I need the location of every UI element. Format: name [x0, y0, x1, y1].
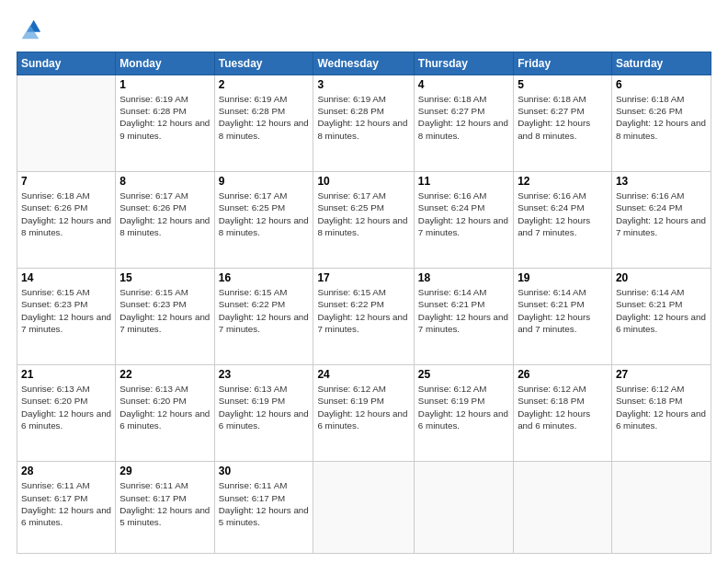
calendar-week-row: 14 Sunrise: 6:15 AM Sunset: 6:23 PM Dayl… — [17, 269, 711, 365]
day-info: Sunrise: 6:17 AM Sunset: 6:25 PM Dayligh… — [317, 190, 409, 238]
calendar-day-cell: 6 Sunrise: 6:18 AM Sunset: 6:26 PM Dayli… — [611, 75, 711, 172]
calendar-day-cell — [414, 462, 513, 554]
day-info: Sunrise: 6:18 AM Sunset: 6:27 PM Dayligh… — [518, 93, 608, 142]
day-number: 18 — [418, 271, 509, 284]
day-number: 8 — [119, 175, 210, 188]
day-info: Sunrise: 6:16 AM Sunset: 6:24 PM Dayligh… — [616, 190, 707, 238]
day-info: Sunrise: 6:11 AM Sunset: 6:17 PM Dayligh… — [21, 479, 111, 528]
calendar-day-cell: 16 Sunrise: 6:15 AM Sunset: 6:22 PM Dayl… — [214, 269, 313, 365]
calendar-day-header: Wednesday — [313, 52, 414, 75]
day-number: 5 — [518, 78, 608, 91]
day-info: Sunrise: 6:19 AM Sunset: 6:28 PM Dayligh… — [119, 93, 210, 142]
calendar-week-row: 7 Sunrise: 6:18 AM Sunset: 6:26 PM Dayli… — [17, 172, 711, 269]
day-number: 7 — [21, 175, 111, 188]
day-number: 6 — [616, 78, 707, 91]
calendar-day-cell: 15 Sunrise: 6:15 AM Sunset: 6:23 PM Dayl… — [116, 269, 214, 365]
calendar-day-cell: 14 Sunrise: 6:15 AM Sunset: 6:23 PM Dayl… — [17, 269, 116, 365]
calendar-day-cell: 13 Sunrise: 6:16 AM Sunset: 6:24 PM Dayl… — [611, 172, 711, 269]
calendar-day-cell: 18 Sunrise: 6:14 AM Sunset: 6:21 PM Dayl… — [414, 269, 513, 365]
day-info: Sunrise: 6:17 AM Sunset: 6:26 PM Dayligh… — [119, 190, 210, 238]
day-number: 4 — [418, 78, 509, 91]
calendar-day-cell: 25 Sunrise: 6:12 AM Sunset: 6:19 PM Dayl… — [414, 365, 513, 462]
day-number: 15 — [119, 271, 210, 284]
day-info: Sunrise: 6:19 AM Sunset: 6:28 PM Dayligh… — [317, 93, 409, 142]
day-number: 11 — [418, 175, 509, 188]
calendar-day-cell: 17 Sunrise: 6:15 AM Sunset: 6:22 PM Dayl… — [313, 269, 414, 365]
calendar-week-row: 21 Sunrise: 6:13 AM Sunset: 6:20 PM Dayl… — [17, 365, 711, 462]
logo-icon — [17, 17, 42, 42]
calendar-day-cell: 26 Sunrise: 6:12 AM Sunset: 6:18 PM Dayl… — [514, 365, 612, 462]
day-info: Sunrise: 6:12 AM Sunset: 6:19 PM Dayligh… — [317, 383, 409, 431]
day-number: 24 — [317, 368, 409, 381]
day-info: Sunrise: 6:17 AM Sunset: 6:25 PM Dayligh… — [219, 190, 310, 238]
calendar-day-header: Tuesday — [214, 52, 313, 75]
header — [17, 17, 711, 42]
calendar-day-cell: 27 Sunrise: 6:12 AM Sunset: 6:18 PM Dayl… — [611, 365, 711, 462]
calendar-day-header: Sunday — [17, 52, 116, 75]
day-info: Sunrise: 6:12 AM Sunset: 6:18 PM Dayligh… — [518, 383, 608, 431]
day-info: Sunrise: 6:18 AM Sunset: 6:27 PM Dayligh… — [418, 93, 509, 142]
page: SundayMondayTuesdayWednesdayThursdayFrid… — [0, 0, 728, 563]
calendar-day-cell: 12 Sunrise: 6:16 AM Sunset: 6:24 PM Dayl… — [514, 172, 612, 269]
day-number: 10 — [317, 175, 409, 188]
day-info: Sunrise: 6:18 AM Sunset: 6:26 PM Dayligh… — [21, 190, 111, 238]
day-info: Sunrise: 6:16 AM Sunset: 6:24 PM Dayligh… — [418, 190, 509, 238]
calendar-week-row: 1 Sunrise: 6:19 AM Sunset: 6:28 PM Dayli… — [17, 75, 711, 172]
calendar-day-cell: 30 Sunrise: 6:11 AM Sunset: 6:17 PM Dayl… — [214, 462, 313, 554]
calendar-day-cell: 23 Sunrise: 6:13 AM Sunset: 6:19 PM Dayl… — [214, 365, 313, 462]
day-number: 12 — [518, 175, 608, 188]
calendar-day-cell: 11 Sunrise: 6:16 AM Sunset: 6:24 PM Dayl… — [414, 172, 513, 269]
day-number: 27 — [616, 368, 707, 381]
calendar-header-row: SundayMondayTuesdayWednesdayThursdayFrid… — [17, 52, 711, 75]
calendar-day-cell: 10 Sunrise: 6:17 AM Sunset: 6:25 PM Dayl… — [313, 172, 414, 269]
calendar-day-header: Saturday — [611, 52, 711, 75]
day-number: 17 — [317, 271, 409, 284]
day-info: Sunrise: 6:13 AM Sunset: 6:19 PM Dayligh… — [219, 383, 310, 431]
day-number: 19 — [518, 271, 608, 284]
calendar-day-cell: 22 Sunrise: 6:13 AM Sunset: 6:20 PM Dayl… — [116, 365, 214, 462]
day-info: Sunrise: 6:12 AM Sunset: 6:18 PM Dayligh… — [616, 383, 707, 431]
day-number: 23 — [219, 368, 310, 381]
calendar-table: SundayMondayTuesdayWednesdayThursdayFrid… — [17, 52, 711, 554]
day-number: 25 — [418, 368, 509, 381]
day-number: 1 — [119, 78, 210, 91]
calendar-day-cell: 28 Sunrise: 6:11 AM Sunset: 6:17 PM Dayl… — [17, 462, 116, 554]
calendar-day-cell: 29 Sunrise: 6:11 AM Sunset: 6:17 PM Dayl… — [116, 462, 214, 554]
calendar-day-cell: 8 Sunrise: 6:17 AM Sunset: 6:26 PM Dayli… — [116, 172, 214, 269]
calendar-day-cell: 19 Sunrise: 6:14 AM Sunset: 6:21 PM Dayl… — [514, 269, 612, 365]
calendar-day-cell: 4 Sunrise: 6:18 AM Sunset: 6:27 PM Dayli… — [414, 75, 513, 172]
day-info: Sunrise: 6:16 AM Sunset: 6:24 PM Dayligh… — [518, 190, 608, 238]
calendar-day-header: Monday — [116, 52, 214, 75]
calendar-day-cell — [611, 462, 711, 554]
day-number: 22 — [119, 368, 210, 381]
day-info: Sunrise: 6:11 AM Sunset: 6:17 PM Dayligh… — [119, 479, 210, 528]
day-number: 16 — [219, 271, 310, 284]
calendar-day-header: Friday — [514, 52, 612, 75]
day-info: Sunrise: 6:18 AM Sunset: 6:26 PM Dayligh… — [616, 93, 707, 142]
calendar-day-cell: 20 Sunrise: 6:14 AM Sunset: 6:21 PM Dayl… — [611, 269, 711, 365]
calendar-day-cell: 21 Sunrise: 6:13 AM Sunset: 6:20 PM Dayl… — [17, 365, 116, 462]
calendar-day-cell: 3 Sunrise: 6:19 AM Sunset: 6:28 PM Dayli… — [313, 75, 414, 172]
calendar-day-cell: 24 Sunrise: 6:12 AM Sunset: 6:19 PM Dayl… — [313, 365, 414, 462]
calendar-day-header: Thursday — [414, 52, 513, 75]
day-number: 3 — [317, 78, 409, 91]
calendar-day-cell: 7 Sunrise: 6:18 AM Sunset: 6:26 PM Dayli… — [17, 172, 116, 269]
day-info: Sunrise: 6:14 AM Sunset: 6:21 PM Dayligh… — [518, 286, 608, 335]
day-number: 20 — [616, 271, 707, 284]
calendar-day-cell: 2 Sunrise: 6:19 AM Sunset: 6:28 PM Dayli… — [214, 75, 313, 172]
calendar-day-cell: 9 Sunrise: 6:17 AM Sunset: 6:25 PM Dayli… — [214, 172, 313, 269]
day-info: Sunrise: 6:13 AM Sunset: 6:20 PM Dayligh… — [119, 383, 210, 431]
day-info: Sunrise: 6:11 AM Sunset: 6:17 PM Dayligh… — [219, 479, 310, 528]
day-info: Sunrise: 6:15 AM Sunset: 6:22 PM Dayligh… — [219, 286, 310, 335]
day-info: Sunrise: 6:15 AM Sunset: 6:23 PM Dayligh… — [21, 286, 111, 335]
day-number: 21 — [21, 368, 111, 381]
day-number: 29 — [119, 465, 210, 477]
day-number: 28 — [21, 465, 111, 477]
day-info: Sunrise: 6:14 AM Sunset: 6:21 PM Dayligh… — [616, 286, 707, 335]
day-number: 13 — [616, 175, 707, 188]
day-number: 2 — [219, 78, 310, 91]
day-number: 30 — [219, 465, 310, 477]
day-info: Sunrise: 6:15 AM Sunset: 6:23 PM Dayligh… — [119, 286, 210, 335]
calendar-day-cell — [514, 462, 612, 554]
day-number: 14 — [21, 271, 111, 284]
